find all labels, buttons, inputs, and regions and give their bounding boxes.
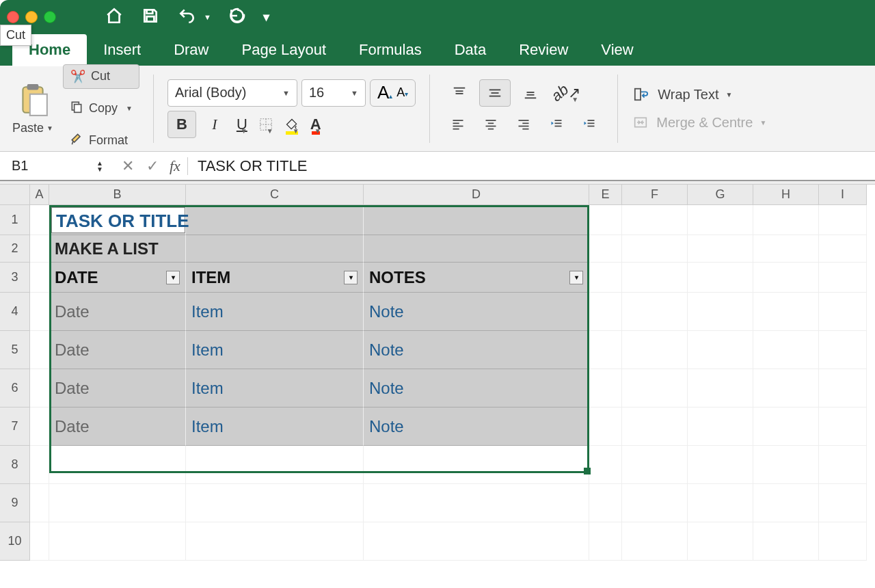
cell[interactable] xyxy=(589,235,622,263)
fill-color-button[interactable]: ▼ xyxy=(281,111,303,138)
cancel-formula-icon[interactable]: ✕ xyxy=(122,157,134,175)
cell[interactable] xyxy=(186,522,364,561)
cell[interactable] xyxy=(753,446,819,484)
col-header-B[interactable]: B xyxy=(49,185,186,205)
cell[interactable]: Date xyxy=(49,331,186,369)
align-center-button[interactable] xyxy=(476,111,505,138)
row-header-1[interactable]: 1 xyxy=(0,205,30,235)
wrap-text-button[interactable]: Wrap Text▼ xyxy=(632,87,766,103)
customize-qat-icon[interactable]: ▾ xyxy=(263,10,268,25)
cell[interactable] xyxy=(753,407,819,446)
font-color-button[interactable]: A▼ xyxy=(307,111,325,138)
cell[interactable] xyxy=(30,331,49,369)
cell[interactable]: Date xyxy=(49,293,186,331)
row-header-8[interactable]: 8 xyxy=(0,446,30,484)
fx-icon[interactable]: fx xyxy=(163,157,188,175)
tab-review[interactable]: Review xyxy=(502,34,584,66)
cell[interactable] xyxy=(589,205,622,235)
cell[interactable] xyxy=(622,263,688,293)
cell[interactable] xyxy=(30,446,49,484)
cell[interactable]: Date xyxy=(49,407,186,446)
tab-page-layout[interactable]: Page Layout xyxy=(226,34,343,66)
undo-icon[interactable] xyxy=(176,7,197,27)
cell[interactable] xyxy=(589,522,622,561)
row-header-10[interactable]: 10 xyxy=(0,522,30,561)
cell[interactable] xyxy=(622,407,688,446)
tab-draw[interactable]: Draw xyxy=(157,34,225,66)
cell[interactable]: Note xyxy=(364,293,589,331)
decrease-font-button[interactable]: A▾ xyxy=(396,85,408,100)
row-header-9[interactable]: 9 xyxy=(0,484,30,522)
cell[interactable]: Date xyxy=(49,369,186,407)
cell[interactable] xyxy=(589,484,622,522)
col-header-A[interactable]: A xyxy=(30,185,49,205)
cell[interactable] xyxy=(49,484,186,522)
underline-button[interactable]: U▼ xyxy=(233,111,251,138)
col-header-G[interactable]: G xyxy=(688,185,753,205)
filter-dropdown-icon[interactable]: ▾ xyxy=(344,271,358,284)
paste-button[interactable]: Paste▼ xyxy=(12,81,53,135)
cell[interactable] xyxy=(364,205,589,235)
align-top-button[interactable] xyxy=(444,79,475,107)
cell[interactable] xyxy=(688,522,753,561)
bold-button[interactable]: B xyxy=(167,111,196,138)
cell[interactable] xyxy=(753,522,819,561)
cell[interactable]: DATE ▾ xyxy=(49,263,186,293)
cell[interactable]: MAKE A LIST xyxy=(49,235,186,263)
cell[interactable] xyxy=(622,293,688,331)
row-header-4[interactable]: 4 xyxy=(0,293,30,331)
cell[interactable] xyxy=(622,446,688,484)
decrease-indent-button[interactable] xyxy=(542,111,571,138)
cell[interactable]: Item xyxy=(186,369,364,407)
cell[interactable] xyxy=(753,293,819,331)
merge-centre-button[interactable]: Merge & Centre▼ xyxy=(632,115,766,131)
cell[interactable] xyxy=(30,369,49,407)
cell[interactable] xyxy=(49,446,186,484)
col-header-H[interactable]: H xyxy=(753,185,819,205)
cell[interactable] xyxy=(364,522,589,561)
increase-indent-button[interactable] xyxy=(575,111,604,138)
cell[interactable] xyxy=(753,205,819,235)
cell[interactable] xyxy=(30,235,49,263)
cell[interactable] xyxy=(589,331,622,369)
cell[interactable] xyxy=(819,205,867,235)
cell[interactable]: Note xyxy=(364,407,589,446)
cell[interactable] xyxy=(753,235,819,263)
cell[interactable] xyxy=(753,484,819,522)
cell[interactable]: Note xyxy=(364,331,589,369)
cell[interactable]: ITEM ▾ xyxy=(186,263,364,293)
row-header-3[interactable]: 3 xyxy=(0,263,30,293)
zoom-window[interactable] xyxy=(44,11,56,23)
cell[interactable] xyxy=(30,484,49,522)
align-bottom-button[interactable] xyxy=(515,79,546,107)
cell[interactable] xyxy=(589,446,622,484)
redo-icon[interactable] xyxy=(228,7,247,27)
cell[interactable] xyxy=(364,446,589,484)
row-header-5[interactable]: 5 xyxy=(0,331,30,369)
cell[interactable] xyxy=(30,407,49,446)
cell[interactable] xyxy=(688,446,753,484)
cell[interactable] xyxy=(186,205,364,235)
cell[interactable] xyxy=(688,331,753,369)
row-header-6[interactable]: 6 xyxy=(0,369,30,407)
col-header-D[interactable]: D xyxy=(364,185,589,205)
cut-button[interactable]: ✂️ Cut xyxy=(63,64,139,89)
cell[interactable] xyxy=(30,263,49,293)
col-header-E[interactable]: E xyxy=(589,185,622,205)
cell[interactable] xyxy=(30,293,49,331)
cell[interactable] xyxy=(819,484,867,522)
cell[interactable] xyxy=(819,446,867,484)
cell[interactable]: Item xyxy=(186,293,364,331)
cell[interactable]: Item xyxy=(186,331,364,369)
font-name-combo[interactable]: Arial (Body)▼ xyxy=(167,79,297,107)
orientation-button[interactable]: ab ↗▼ xyxy=(550,79,582,107)
row-header-2[interactable]: 2 xyxy=(0,235,30,263)
cell[interactable]: Note xyxy=(364,369,589,407)
cell[interactable] xyxy=(622,235,688,263)
filter-dropdown-icon[interactable]: ▾ xyxy=(166,271,180,284)
cell[interactable] xyxy=(819,331,867,369)
col-header-F[interactable]: F xyxy=(622,185,688,205)
row-header-7[interactable]: 7 xyxy=(0,407,30,446)
cell[interactable] xyxy=(364,235,589,263)
name-box[interactable]: B1 ▲▼ xyxy=(4,155,107,177)
